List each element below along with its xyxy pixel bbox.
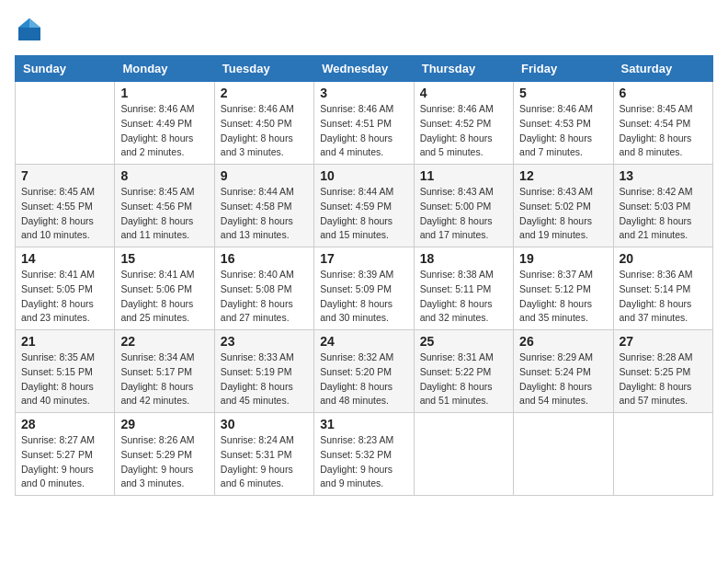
calendar-cell: 6Sunrise: 8:45 AMSunset: 4:54 PMDaylight… xyxy=(613,82,712,165)
calendar-cell: 5Sunrise: 8:46 AMSunset: 4:53 PMDaylight… xyxy=(514,82,613,165)
calendar-cell: 30Sunrise: 8:24 AMSunset: 5:31 PMDayligh… xyxy=(214,413,313,496)
day-number: 11 xyxy=(420,168,507,183)
day-info: Sunrise: 8:45 AMSunset: 4:55 PMDaylight:… xyxy=(21,185,108,243)
calendar-cell xyxy=(514,413,613,496)
day-info: Sunrise: 8:27 AMSunset: 5:27 PMDaylight:… xyxy=(21,433,108,491)
day-number: 3 xyxy=(320,86,407,100)
day-number: 16 xyxy=(221,251,308,266)
day-info: Sunrise: 8:38 AMSunset: 5:11 PMDaylight:… xyxy=(420,268,507,326)
calendar-cell: 11Sunrise: 8:43 AMSunset: 5:00 PMDayligh… xyxy=(414,165,513,247)
calendar-week-row: 28Sunrise: 8:27 AMSunset: 5:27 PMDayligh… xyxy=(16,413,713,496)
calendar-cell: 25Sunrise: 8:31 AMSunset: 5:22 PMDayligh… xyxy=(414,330,513,413)
calendar-table: SundayMondayTuesdayWednesdayThursdayFrid… xyxy=(15,55,713,496)
logo-icon xyxy=(15,15,44,44)
day-info: Sunrise: 8:46 AMSunset: 4:51 PMDaylight:… xyxy=(320,102,407,160)
day-number: 6 xyxy=(620,86,707,100)
day-info: Sunrise: 8:28 AMSunset: 5:25 PMDaylight:… xyxy=(620,350,707,408)
day-number: 22 xyxy=(120,334,208,349)
calendar-cell: 28Sunrise: 8:27 AMSunset: 5:27 PMDayligh… xyxy=(16,413,115,496)
day-info: Sunrise: 8:42 AMSunset: 5:03 PMDaylight:… xyxy=(620,185,707,243)
day-number: 13 xyxy=(620,168,707,183)
calendar-cell: 18Sunrise: 8:38 AMSunset: 5:11 PMDayligh… xyxy=(414,247,513,330)
day-number: 2 xyxy=(221,86,308,100)
day-info: Sunrise: 8:46 AMSunset: 4:50 PMDaylight:… xyxy=(221,102,308,160)
calendar-cell: 29Sunrise: 8:26 AMSunset: 5:29 PMDayligh… xyxy=(115,413,214,496)
day-info: Sunrise: 8:39 AMSunset: 5:09 PMDaylight:… xyxy=(320,268,407,326)
calendar-cell: 13Sunrise: 8:42 AMSunset: 5:03 PMDayligh… xyxy=(613,165,712,247)
day-info: Sunrise: 8:40 AMSunset: 5:08 PMDaylight:… xyxy=(221,268,308,326)
calendar-cell xyxy=(414,413,513,496)
col-header-thursday: Thursday xyxy=(414,56,513,82)
calendar-cell: 8Sunrise: 8:45 AMSunset: 4:56 PMDaylight… xyxy=(115,165,214,247)
calendar-cell: 24Sunrise: 8:32 AMSunset: 5:20 PMDayligh… xyxy=(314,330,414,413)
col-header-saturday: Saturday xyxy=(613,56,712,82)
svg-marker-1 xyxy=(29,18,40,28)
day-number: 1 xyxy=(120,86,208,100)
day-info: Sunrise: 8:26 AMSunset: 5:29 PMDaylight:… xyxy=(120,433,208,491)
day-info: Sunrise: 8:31 AMSunset: 5:22 PMDaylight:… xyxy=(420,350,507,408)
day-number: 26 xyxy=(519,334,607,349)
day-number: 12 xyxy=(519,168,607,183)
header xyxy=(15,15,713,44)
day-number: 24 xyxy=(320,334,407,349)
day-info: Sunrise: 8:24 AMSunset: 5:31 PMDaylight:… xyxy=(221,433,308,491)
calendar-cell: 4Sunrise: 8:46 AMSunset: 4:52 PMDaylight… xyxy=(414,82,513,165)
header-row: SundayMondayTuesdayWednesdayThursdayFrid… xyxy=(16,56,713,82)
calendar-week-row: 1Sunrise: 8:46 AMSunset: 4:49 PMDaylight… xyxy=(16,82,713,165)
day-info: Sunrise: 8:33 AMSunset: 5:19 PMDaylight:… xyxy=(221,350,308,408)
calendar-cell: 10Sunrise: 8:44 AMSunset: 4:59 PMDayligh… xyxy=(314,165,414,247)
day-number: 31 xyxy=(320,417,407,431)
calendar-cell xyxy=(16,82,115,165)
svg-marker-2 xyxy=(18,18,29,28)
calendar-cell: 20Sunrise: 8:36 AMSunset: 5:14 PMDayligh… xyxy=(613,247,712,330)
day-info: Sunrise: 8:32 AMSunset: 5:20 PMDaylight:… xyxy=(320,350,407,408)
calendar-cell: 19Sunrise: 8:37 AMSunset: 5:12 PMDayligh… xyxy=(514,247,613,330)
day-number: 5 xyxy=(519,86,607,100)
calendar-cell: 16Sunrise: 8:40 AMSunset: 5:08 PMDayligh… xyxy=(214,247,313,330)
day-info: Sunrise: 8:34 AMSunset: 5:17 PMDaylight:… xyxy=(120,350,208,408)
calendar-cell: 21Sunrise: 8:35 AMSunset: 5:15 PMDayligh… xyxy=(16,330,115,413)
calendar-cell: 9Sunrise: 8:44 AMSunset: 4:58 PMDaylight… xyxy=(214,165,313,247)
col-header-sunday: Sunday xyxy=(16,56,115,82)
calendar-cell: 23Sunrise: 8:33 AMSunset: 5:19 PMDayligh… xyxy=(214,330,313,413)
day-info: Sunrise: 8:23 AMSunset: 5:32 PMDaylight:… xyxy=(320,433,407,491)
day-number: 23 xyxy=(221,334,308,349)
calendar-cell: 17Sunrise: 8:39 AMSunset: 5:09 PMDayligh… xyxy=(314,247,414,330)
day-info: Sunrise: 8:35 AMSunset: 5:15 PMDaylight:… xyxy=(21,350,108,408)
day-number: 19 xyxy=(519,251,607,266)
day-info: Sunrise: 8:41 AMSunset: 5:05 PMDaylight:… xyxy=(21,268,108,326)
calendar-cell: 22Sunrise: 8:34 AMSunset: 5:17 PMDayligh… xyxy=(115,330,214,413)
calendar-cell xyxy=(613,413,712,496)
calendar-cell: 7Sunrise: 8:45 AMSunset: 4:55 PMDaylight… xyxy=(16,165,115,247)
day-number: 14 xyxy=(21,251,108,266)
col-header-friday: Friday xyxy=(514,56,613,82)
day-number: 29 xyxy=(120,417,208,431)
day-number: 10 xyxy=(320,168,407,183)
day-number: 27 xyxy=(620,334,707,349)
calendar-week-row: 7Sunrise: 8:45 AMSunset: 4:55 PMDaylight… xyxy=(16,165,713,247)
calendar-week-row: 21Sunrise: 8:35 AMSunset: 5:15 PMDayligh… xyxy=(16,330,713,413)
day-number: 18 xyxy=(420,251,507,266)
day-number: 20 xyxy=(620,251,707,266)
col-header-monday: Monday xyxy=(115,56,214,82)
logo xyxy=(15,15,48,44)
day-info: Sunrise: 8:46 AMSunset: 4:52 PMDaylight:… xyxy=(420,102,507,160)
day-info: Sunrise: 8:44 AMSunset: 4:58 PMDaylight:… xyxy=(221,185,308,243)
day-info: Sunrise: 8:37 AMSunset: 5:12 PMDaylight:… xyxy=(519,268,607,326)
day-number: 8 xyxy=(120,168,208,183)
calendar-week-row: 14Sunrise: 8:41 AMSunset: 5:05 PMDayligh… xyxy=(16,247,713,330)
calendar-cell: 2Sunrise: 8:46 AMSunset: 4:50 PMDaylight… xyxy=(214,82,313,165)
calendar-cell: 3Sunrise: 8:46 AMSunset: 4:51 PMDaylight… xyxy=(314,82,414,165)
calendar-cell: 1Sunrise: 8:46 AMSunset: 4:49 PMDaylight… xyxy=(115,82,214,165)
calendar-cell: 31Sunrise: 8:23 AMSunset: 5:32 PMDayligh… xyxy=(314,413,414,496)
col-header-tuesday: Tuesday xyxy=(214,56,313,82)
day-info: Sunrise: 8:46 AMSunset: 4:49 PMDaylight:… xyxy=(120,102,208,160)
day-number: 17 xyxy=(320,251,407,266)
day-info: Sunrise: 8:43 AMSunset: 5:00 PMDaylight:… xyxy=(420,185,507,243)
day-info: Sunrise: 8:36 AMSunset: 5:14 PMDaylight:… xyxy=(620,268,707,326)
day-info: Sunrise: 8:46 AMSunset: 4:53 PMDaylight:… xyxy=(519,102,607,160)
day-number: 28 xyxy=(21,417,108,431)
day-info: Sunrise: 8:45 AMSunset: 4:54 PMDaylight:… xyxy=(620,102,707,160)
day-info: Sunrise: 8:45 AMSunset: 4:56 PMDaylight:… xyxy=(120,185,208,243)
calendar-cell: 15Sunrise: 8:41 AMSunset: 5:06 PMDayligh… xyxy=(115,247,214,330)
